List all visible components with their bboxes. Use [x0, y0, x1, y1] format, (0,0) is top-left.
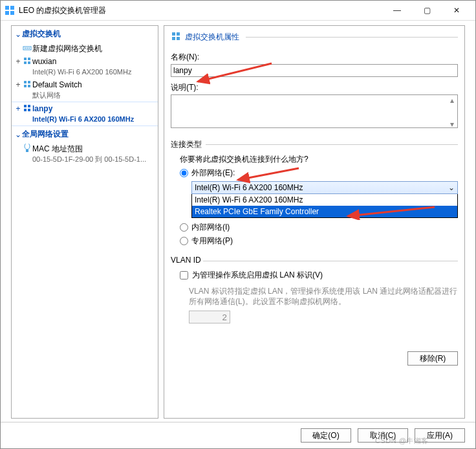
collapse-icon: ⌄: [14, 30, 22, 39]
vlan-title: VLAN ID: [171, 256, 201, 265]
chevron-down-icon: ⌄: [447, 183, 456, 192]
properties-pane: 虚拟交换机属性 名称(N): 说明(T): ▴▾ 连接类型 你要将此虚拟交换机连…: [164, 25, 465, 419]
vlan-enable-checkbox[interactable]: 为管理操作系统启用虚拟 LAN 标识(V): [180, 270, 458, 281]
svg-rect-3: [10, 11, 14, 15]
svg-rect-23: [177, 32, 180, 36]
left-tree-pane: ⌄ 虚拟交换机 新建虚拟网络交换机 + wuxianIntel(R) Wi-Fi…: [11, 25, 158, 419]
svg-rect-19: [28, 109, 30, 111]
svg-rect-1: [10, 6, 14, 10]
scrollbar[interactable]: ▴▾: [448, 96, 457, 129]
dropdown-option-realtek[interactable]: Realtek PCIe GbE Family Controller: [192, 206, 457, 217]
switch-icon: [22, 56, 32, 65]
properties-title: 虚拟交换机属性: [185, 32, 239, 43]
radio-internal-network[interactable]: 内部网络(I): [180, 222, 458, 233]
tree-label: wuxian: [32, 56, 131, 67]
close-button[interactable]: ✕: [442, 1, 471, 19]
section-label: 全局网络设置: [22, 129, 69, 140]
svg-rect-16: [24, 105, 27, 107]
new-switch-icon: [22, 43, 32, 52]
svg-rect-15: [28, 85, 30, 87]
tree-sublabel: Intel(R) Wi-Fi 6 AX200 160MHz: [32, 114, 134, 124]
expand-icon[interactable]: +: [14, 56, 22, 67]
switch-properties-icon: [171, 31, 181, 43]
minimize-button[interactable]: —: [382, 1, 412, 19]
svg-rect-17: [28, 105, 30, 107]
tree-label: MAC 地址范围: [32, 144, 146, 154]
window-title: LEO 的虚拟交换机管理器: [19, 5, 382, 16]
section-virtual-switches[interactable]: ⌄ 虚拟交换机: [12, 26, 158, 42]
tree-label: Default Switch: [32, 80, 82, 90]
checkbox-label: 为管理操作系统启用虚拟 LAN 标识(V): [192, 270, 323, 281]
tree-item-wuxian[interactable]: + wuxianIntel(R) Wi-Fi 6 AX200 160MHz: [12, 55, 158, 78]
expand-icon[interactable]: +: [14, 104, 22, 114]
svg-point-20: [25, 144, 30, 149]
vlan-hint-text: VLAN 标识符指定虚拟 LAN，管理操作系统使用该 LAN 通过此网络适配器进…: [189, 286, 458, 307]
svg-rect-18: [24, 109, 27, 111]
watermark-text: CSDN @牛湘客: [375, 436, 429, 446]
vlan-id-input: [189, 311, 230, 323]
svg-rect-13: [28, 81, 30, 83]
svg-rect-24: [172, 37, 175, 40]
combobox-value: Intel(R) Wi-Fi 6 AX200 160MHz: [195, 183, 303, 192]
svg-rect-10: [24, 61, 27, 64]
svg-rect-21: [26, 149, 28, 152]
tree-item-default-switch[interactable]: + Default Switch默认网络: [12, 78, 158, 102]
remove-button[interactable]: 移除(R): [407, 351, 458, 366]
radio-external-network[interactable]: 外部网络(E):: [180, 168, 458, 179]
tree-sublabel: 默认网络: [32, 90, 82, 100]
mac-icon: [22, 144, 32, 153]
connection-question: 你要将此虚拟交换机连接到什么地方?: [180, 154, 458, 165]
maximize-button[interactable]: ▢: [412, 1, 442, 19]
radio-label: 内部网络(I): [191, 222, 230, 233]
connection-type-title: 连接类型: [171, 140, 202, 149]
switch-icon: [22, 104, 32, 113]
radio-private-network[interactable]: 专用网络(P): [180, 235, 458, 246]
app-icon: [5, 5, 15, 16]
name-input[interactable]: [171, 64, 458, 77]
section-label: 虚拟交换机: [22, 28, 61, 39]
titlebar: LEO 的虚拟交换机管理器 — ▢ ✕: [1, 1, 475, 21]
expand-icon[interactable]: +: [14, 80, 22, 90]
description-label: 说明(T):: [171, 82, 458, 93]
name-label: 名称(N):: [171, 52, 458, 63]
radio-private-input[interactable]: [180, 237, 188, 245]
tree-sublabel: 00-15-5D-1F-29-00 到 00-15-5D-1...: [32, 154, 146, 164]
vlan-checkbox-input[interactable]: [180, 271, 188, 279]
ok-button[interactable]: 确定(O): [301, 428, 351, 443]
tree-label: lanpy: [32, 104, 134, 114]
svg-rect-12: [24, 81, 27, 83]
tree-item-mac-range[interactable]: MAC 地址范围00-15-5D-1F-29-00 到 00-15-5D-1..…: [12, 142, 158, 166]
svg-rect-14: [24, 85, 27, 87]
description-textarea[interactable]: [171, 94, 458, 128]
svg-point-7: [28, 48, 30, 49]
svg-point-6: [27, 48, 28, 49]
radio-external-input[interactable]: [180, 169, 188, 177]
collapse-icon: ⌄: [14, 130, 22, 139]
svg-rect-8: [24, 58, 27, 60]
tree-label: 新建虚拟网络交换机: [32, 43, 102, 54]
tree-sublabel: Intel(R) Wi-Fi 6 AX200 160MHz: [32, 67, 131, 77]
svg-rect-11: [28, 61, 30, 64]
section-global-network[interactable]: ⌄ 全局网络设置: [12, 126, 158, 142]
radio-label: 专用网络(P): [191, 235, 233, 246]
adapter-combobox[interactable]: Intel(R) Wi-Fi 6 AX200 160MHz ⌄: [191, 181, 458, 194]
svg-rect-2: [5, 11, 9, 15]
svg-rect-0: [5, 6, 9, 10]
tree-item-new-switch[interactable]: 新建虚拟网络交换机: [12, 42, 158, 55]
radio-label: 外部网络(E):: [191, 168, 235, 179]
svg-point-5: [25, 48, 26, 49]
svg-rect-22: [172, 32, 175, 36]
svg-rect-25: [177, 37, 180, 40]
radio-internal-input[interactable]: [180, 223, 188, 232]
svg-rect-9: [28, 58, 30, 60]
tree-item-lanpy[interactable]: + lanpyIntel(R) Wi-Fi 6 AX200 160MHz: [12, 102, 158, 126]
adapter-dropdown-list: Intel(R) Wi-Fi 6 AX200 160MHz Realtek PC…: [191, 194, 458, 218]
virtual-switch-manager-window: LEO 的虚拟交换机管理器 — ▢ ✕ ⌄ 虚拟交换机 新建虚拟网络交换机 + …: [0, 0, 476, 449]
dropdown-option-ax200[interactable]: Intel(R) Wi-Fi 6 AX200 160MHz: [192, 194, 457, 206]
switch-icon: [22, 80, 32, 89]
